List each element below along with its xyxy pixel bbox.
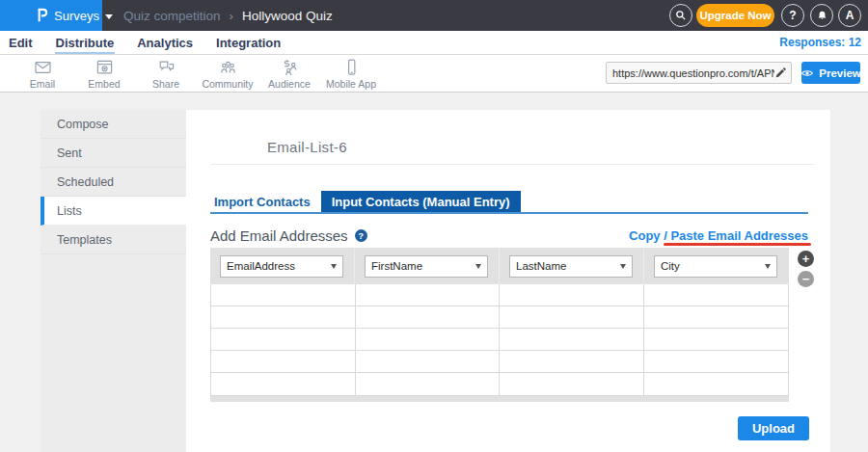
contact-cell[interactable]	[500, 284, 644, 306]
nav-item-integration[interactable]: Integration	[215, 34, 282, 52]
channel-email[interactable]: Email	[12, 58, 73, 90]
contact-cell[interactable]	[644, 306, 789, 328]
contact-cell[interactable]	[356, 351, 501, 372]
contact-cell[interactable]	[644, 373, 789, 395]
contact-cell[interactable]	[500, 351, 644, 372]
question-mark-icon: ?	[789, 9, 796, 22]
help-icon[interactable]: ?	[355, 229, 367, 242]
contact-cell[interactable]	[211, 284, 356, 306]
breadcrumb-folder[interactable]: Quiz competition	[123, 9, 221, 23]
tab-input-contacts-manual[interactable]: Input Contacts (Manual Entry)	[321, 191, 521, 213]
table-row	[211, 329, 788, 351]
channel-community[interactable]: Community	[197, 58, 258, 90]
sidebar-item-templates[interactable]: Templates	[41, 226, 186, 254]
contact-cell[interactable]	[500, 329, 644, 350]
contacts-tabs: Import Contacts Input Contacts (Manual E…	[210, 191, 521, 212]
audience-icon	[280, 58, 300, 77]
nav-item-distribute[interactable]: Distribute	[55, 34, 116, 52]
sidebar-item-compose[interactable]: Compose	[41, 110, 186, 139]
main-panel: Email-List-6 Import Contacts Input Conta…	[186, 110, 830, 452]
search-icon	[674, 9, 688, 22]
search-button[interactable]	[669, 4, 692, 27]
upgrade-now-button[interactable]: Upgrade Now	[696, 4, 774, 27]
breadcrumb-survey-name: Hollywood Quiz	[242, 9, 333, 23]
table-row	[211, 284, 788, 306]
field-select-email[interactable]: EmailAddress	[220, 255, 343, 278]
sidebar-item-lists[interactable]: Lists	[41, 197, 186, 226]
tab-import-contacts[interactable]: Import Contacts	[210, 191, 316, 213]
top-bar: Surveys Quiz competition › Hollywood Qui…	[0, 0, 868, 31]
channel-mobile-app[interactable]: Mobile App	[320, 58, 382, 90]
survey-nav: Edit Distribute Analytics Integration	[0, 31, 868, 55]
contact-cell[interactable]	[644, 351, 789, 372]
nav-item-edit[interactable]: Edit	[8, 34, 34, 52]
channel-label: Share	[152, 78, 179, 90]
avatar-initial: A	[846, 9, 854, 22]
bell-icon	[816, 10, 828, 22]
contact-cell[interactable]	[500, 373, 644, 395]
header-cell: FirstName	[355, 248, 500, 284]
eye-icon	[800, 68, 814, 78]
notifications-button[interactable]	[810, 4, 833, 27]
header-cell: EmailAddress	[210, 248, 355, 284]
chevron-down-icon	[105, 14, 113, 19]
channel-label: Audience	[268, 78, 311, 90]
field-select-city[interactable]: City	[654, 255, 777, 278]
channel-label: Mobile App	[326, 78, 376, 90]
community-icon	[218, 58, 238, 77]
product-switcher[interactable]: Surveys	[0, 0, 102, 31]
contact-cell[interactable]	[356, 373, 501, 395]
contact-cell[interactable]	[356, 329, 501, 350]
upload-button[interactable]: Upload	[738, 416, 809, 440]
email-list-title: Email-List-6	[267, 139, 347, 155]
red-underline-annotation	[664, 243, 811, 246]
contacts-table-body	[210, 284, 789, 396]
mobile-app-icon	[341, 58, 362, 77]
section-heading: Add Email Addresses ?	[210, 227, 367, 244]
contact-cell[interactable]	[500, 306, 644, 328]
embed-icon	[95, 58, 115, 77]
contact-cell[interactable]	[211, 351, 356, 372]
survey-url-value: https://www.questionpro.com/t/APNrFZ	[612, 67, 774, 79]
help-button[interactable]: ?	[781, 4, 804, 27]
channel-label: Community	[202, 78, 253, 90]
field-select-lastname[interactable]: LastName	[509, 255, 633, 278]
sidebar-item-sent[interactable]: Sent	[41, 139, 186, 168]
table-row	[211, 373, 788, 395]
header-cell: LastName	[500, 248, 644, 284]
email-icon	[33, 58, 53, 77]
remove-row-button[interactable]: −	[798, 271, 814, 287]
row-buttons: + −	[798, 251, 815, 287]
horizontal-scrollbar[interactable]	[210, 396, 789, 402]
breadcrumb: Quiz competition › Hollywood Quiz	[123, 0, 333, 31]
responses-count[interactable]: Responses: 12	[779, 36, 861, 49]
contact-cell[interactable]	[644, 329, 789, 350]
preview-label: Preview	[819, 67, 860, 79]
contact-cell[interactable]	[211, 329, 356, 350]
channel-share[interactable]: Share	[135, 58, 197, 90]
channel-embed[interactable]: Embed	[73, 58, 135, 90]
survey-url-field[interactable]: https://www.questionpro.com/t/APNrFZ	[606, 62, 792, 84]
contact-cell[interactable]	[356, 284, 501, 306]
add-row-button[interactable]: +	[798, 251, 814, 267]
contacts-table-header: EmailAddress FirstName LastName City	[210, 248, 789, 284]
add-email-addresses-label: Add Email Addresses	[210, 227, 348, 244]
copy-paste-email-link[interactable]: Copy / Paste Email Addresses	[629, 228, 808, 243]
share-icon	[156, 58, 176, 77]
table-row	[211, 306, 788, 329]
contacts-table: EmailAddress FirstName LastName City	[210, 248, 789, 402]
contact-cell[interactable]	[211, 306, 356, 328]
header-cell: City	[644, 248, 789, 284]
contact-cell[interactable]	[211, 373, 356, 395]
title-divider	[210, 164, 815, 165]
field-select-firstname[interactable]: FirstName	[365, 255, 488, 278]
preview-button[interactable]: Preview	[801, 62, 860, 84]
table-row	[211, 351, 788, 373]
avatar[interactable]: A	[838, 4, 861, 27]
sidebar-item-scheduled[interactable]: Scheduled	[41, 168, 186, 197]
channel-audience[interactable]: Audience	[258, 58, 320, 90]
pencil-icon[interactable]	[774, 67, 786, 79]
contact-cell[interactable]	[356, 306, 501, 328]
nav-item-analytics[interactable]: Analytics	[136, 34, 194, 52]
contact-cell[interactable]	[644, 284, 789, 306]
